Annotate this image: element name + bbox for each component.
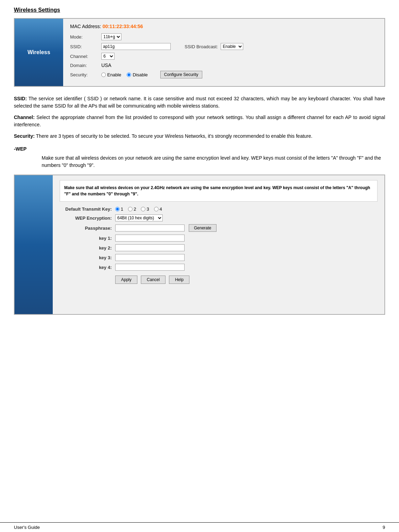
security-disable-radio[interactable] <box>127 73 131 77</box>
key3-label: key 3: <box>60 255 115 260</box>
wep-section: -WEP Make sure that all wireless devices… <box>14 146 385 315</box>
key4-row: key 4: <box>60 264 377 271</box>
domain-row: Domain: USA <box>70 62 377 68</box>
key-radio-1[interactable] <box>115 207 120 211</box>
wep-encryption-select[interactable]: 64Bit (10 hex digits) 128Bit (26 hex dig… <box>115 214 163 221</box>
security-row: Security: Enable Disable Configure Secur… <box>70 71 377 78</box>
key-radio-2[interactable] <box>128 207 133 211</box>
channel-term: Channel: <box>14 115 35 120</box>
page-number: 9 <box>383 525 385 530</box>
mac-value: 00:11:22:33:44:56 <box>102 24 143 29</box>
wep-panel-sidebar <box>15 175 53 314</box>
key1-label: key 1: <box>60 236 115 241</box>
wep-panel: Make sure that all wireless devices on y… <box>14 175 385 315</box>
channel-select[interactable]: 12345 67891011 <box>101 53 114 60</box>
cancel-button[interactable]: Cancel <box>141 276 165 284</box>
ssid-broadcast-label: SSID Broadcast: <box>185 44 218 49</box>
passphrase-row: Passphrase: Generate <box>60 224 377 232</box>
domain-value: USA <box>101 62 111 68</box>
channel-row: Channel: 12345 67891011 <box>70 53 377 60</box>
ssid-label: SSID: <box>70 44 101 49</box>
key-option-3[interactable]: 3 <box>141 206 149 212</box>
key2-label: key 2: <box>60 245 115 251</box>
wep-encryption-row: WEP Encryption: 64Bit (10 hex digits) 12… <box>60 214 377 221</box>
help-button[interactable]: Help <box>169 276 189 284</box>
security-label: Security: <box>70 72 101 77</box>
default-key-label: Default Transmit Key: <box>60 206 115 212</box>
mode-select[interactable]: 11b+g 11b 11g <box>101 33 121 40</box>
key-option-4[interactable]: 4 <box>154 206 162 212</box>
security-desc-text: There are 3 types of security to be sele… <box>36 133 313 139</box>
key1-input[interactable] <box>115 235 185 242</box>
footer-bar: User's Guide 9 <box>0 522 399 532</box>
key2-input[interactable] <box>115 244 185 251</box>
channel-label: Channel: <box>70 54 101 59</box>
security-disable-option[interactable]: Disable <box>127 72 147 77</box>
key4-input[interactable] <box>115 264 185 271</box>
security-disable-label: Disable <box>133 72 147 77</box>
passphrase-label: Passphrase: <box>60 226 115 231</box>
domain-label: Domain: <box>70 63 101 68</box>
mac-address-row: MAC Address: 00:11:22:33:44:56 <box>70 24 377 29</box>
wep-notice-text: Make sure that all wireless devices on y… <box>64 185 370 196</box>
ssid-broadcast-group: SSID Broadcast: Enable Disable <box>185 43 243 50</box>
wireless-panel-content: MAC Address: 00:11:22:33:44:56 Mode: 11b… <box>63 19 384 86</box>
wep-intro-text: Make sure that all wireless devices on y… <box>42 155 381 168</box>
wireless-sidebar-label: Wireless <box>27 49 50 56</box>
wep-action-buttons: Apply Cancel Help <box>60 276 377 284</box>
default-key-row: Default Transmit Key: 1 2 3 4 <box>60 206 377 212</box>
apply-button[interactable]: Apply <box>115 276 137 284</box>
passphrase-input[interactable] <box>115 225 185 231</box>
wep-title: -WEP <box>14 146 385 152</box>
wireless-panel-sidebar: Wireless <box>15 19 63 86</box>
key-radio-4[interactable] <box>154 207 159 211</box>
wep-encryption-label: WEP Encryption: <box>60 216 115 221</box>
mode-label: Mode: <box>70 34 101 40</box>
ssid-desc-text: The service set identifier ( SSID ) or n… <box>14 96 385 109</box>
channel-desc-text: Select the appropriate channel from the … <box>14 115 385 127</box>
wep-panel-content: Make sure that all wireless devices on y… <box>53 175 384 314</box>
key3-row: key 3: <box>60 254 377 261</box>
key-option-2[interactable]: 2 <box>128 206 136 212</box>
default-key-radio-group: 1 2 3 4 <box>115 206 162 212</box>
configure-security-button[interactable]: Configure Security <box>160 71 202 78</box>
key2-row: key 2: <box>60 244 377 251</box>
security-term: Security: <box>14 133 35 139</box>
page-title: Wireless Settings <box>14 7 385 13</box>
channel-description: Channel: Select the appropriate channel … <box>14 114 385 128</box>
key4-label: key 4: <box>60 265 115 270</box>
ssid-term: SSID: <box>14 96 27 101</box>
ssid-broadcast-select[interactable]: Enable Disable <box>221 43 243 50</box>
security-radio-group: Enable Disable Configure Security <box>101 71 202 78</box>
security-enable-radio[interactable] <box>101 73 106 77</box>
key-option-1[interactable]: 1 <box>115 206 123 212</box>
wep-intro: Make sure that all wireless devices on y… <box>14 154 385 169</box>
security-description: Security: There are 3 types of security … <box>14 133 385 140</box>
ssid-description: SSID: The service set identifier ( SSID … <box>14 95 385 110</box>
descriptions-section: SSID: The service set identifier ( SSID … <box>14 95 385 140</box>
footer-label: User's Guide <box>14 525 40 530</box>
mac-label: MAC Address: <box>70 24 101 29</box>
mode-row: Mode: 11b+g 11b 11g <box>70 33 377 40</box>
security-enable-option[interactable]: Enable <box>101 72 121 77</box>
wireless-settings-panel: Wireless MAC Address: 00:11:22:33:44:56 … <box>14 18 385 87</box>
ssid-row: SSID: SSID Broadcast: Enable Disable <box>70 43 377 50</box>
key3-input[interactable] <box>115 254 185 261</box>
key1-row: key 1: <box>60 235 377 242</box>
generate-button[interactable]: Generate <box>189 224 217 232</box>
key-radio-3[interactable] <box>141 207 145 211</box>
ssid-input[interactable] <box>101 43 171 50</box>
security-enable-label: Enable <box>107 72 121 77</box>
wep-notice-box: Make sure that all wireless devices on y… <box>60 180 377 202</box>
